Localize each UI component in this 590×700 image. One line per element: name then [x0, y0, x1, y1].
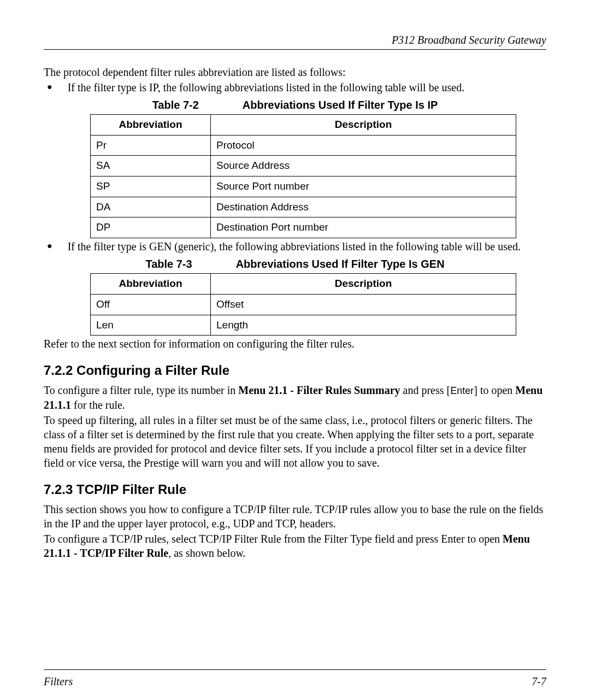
p1-end: for the rule. — [71, 399, 125, 411]
cell-desc: Source Port number — [211, 177, 516, 197]
table-row: SA Source Address — [91, 156, 516, 177]
col-header-description: Description — [211, 274, 516, 295]
intro-paragraph: The protocol dependent filter rules abbr… — [44, 65, 546, 79]
footer-right: 7-7 — [532, 674, 546, 689]
bullet-text-1: If the filter type is IP, the following … — [68, 80, 546, 95]
table-7-2-caption: Table 7-2 Abbreviations Used If Filter T… — [44, 98, 546, 112]
cell-abbr: SP — [91, 177, 211, 197]
table-7-2: Abbreviation Description Pr Protocol SA … — [90, 114, 516, 238]
table-row: DP Destination Port number — [91, 217, 516, 238]
table-row: Len Length — [91, 315, 516, 336]
section-7-2-3-p2: To configure a TCP/IP rules, select TCP/… — [44, 532, 546, 560]
col-header-abbreviation: Abbreviation — [91, 115, 211, 136]
cell-abbr: SA — [91, 156, 211, 177]
section-7-2-3-heading: 7.2.3 TCP/IP Filter Rule — [44, 481, 546, 498]
bullet-list-1: ● If the filter type is IP, the followin… — [44, 80, 546, 95]
table-header-row: Abbreviation Description — [91, 115, 516, 136]
table-row: Off Offset — [91, 294, 516, 315]
p1-mid: and press [ — [400, 384, 451, 396]
bullet-item-1: ● If the filter type is IP, the followin… — [44, 80, 546, 95]
bullet-icon: ● — [47, 239, 52, 252]
cell-abbr: Off — [91, 294, 211, 315]
cell-desc: Offset — [211, 294, 516, 315]
cell-desc: Source Address — [211, 156, 516, 177]
header-title: P312 Broadband Security Gateway — [392, 34, 546, 46]
table-7-2-number: Table 7-2 — [152, 98, 199, 112]
col-header-abbreviation: Abbreviation — [91, 274, 211, 295]
cell-desc: Destination Address — [211, 197, 516, 217]
cell-abbr: Pr — [91, 135, 211, 156]
p1-post: ] to open — [474, 384, 515, 396]
p1-pre: To configure a filter rule, type its num… — [44, 384, 238, 396]
cell-desc: Protocol — [211, 135, 516, 156]
section-7-2-2-p1: To configure a filter rule, type its num… — [44, 383, 546, 411]
bullet-item-2: ● If the filter type is GEN (generic), t… — [44, 239, 546, 254]
table-7-3-title: Abbreviations Used If Filter Type Is GEN — [236, 257, 445, 271]
menu-21-1-label: Menu 21.1 - Filter Rules Summary — [238, 384, 400, 396]
section-7-2-2-p2: To speed up filtering, all rules in a fi… — [44, 413, 546, 470]
table-row: DA Destination Address — [91, 197, 516, 217]
table-row: Pr Protocol — [91, 135, 516, 156]
refer-paragraph: Refer to the next section for informatio… — [44, 337, 546, 351]
cell-abbr: DA — [91, 197, 211, 217]
table-7-2-title: Abbreviations Used If Filter Type Is IP — [243, 98, 438, 112]
cell-desc: Destination Port number — [211, 217, 516, 238]
page-footer: Filters 7-7 — [44, 669, 546, 689]
footer-left: Filters — [44, 674, 73, 689]
cell-abbr: Len — [91, 315, 211, 336]
enter-key: Enter — [450, 385, 474, 396]
p2-pre: To configure a TCP/IP rules, select TCP/… — [44, 533, 503, 545]
col-header-description: Description — [211, 115, 516, 136]
table-7-3-number: Table 7-3 — [145, 257, 192, 271]
section-7-2-2-heading: 7.2.2 Configuring a Filter Rule — [44, 362, 546, 379]
bullet-list-2: ● If the filter type is GEN (generic), t… — [44, 239, 546, 254]
page-header: P312 Broadband Security Gateway — [44, 33, 546, 50]
section-7-2-3-p1: This section shows you how to configure … — [44, 502, 546, 531]
table-7-3: Abbreviation Description Off Offset Len … — [90, 273, 516, 336]
bullet-icon: ● — [47, 80, 52, 93]
cell-abbr: DP — [91, 217, 211, 238]
table-header-row: Abbreviation Description — [91, 274, 516, 295]
table-7-3-caption: Table 7-3 Abbreviations Used If Filter T… — [44, 257, 546, 271]
bullet-text-2: If the filter type is GEN (generic), the… — [68, 239, 546, 254]
p2-post: , as shown below. — [168, 547, 245, 559]
table-row: SP Source Port number — [91, 177, 516, 197]
cell-desc: Length — [211, 315, 516, 336]
